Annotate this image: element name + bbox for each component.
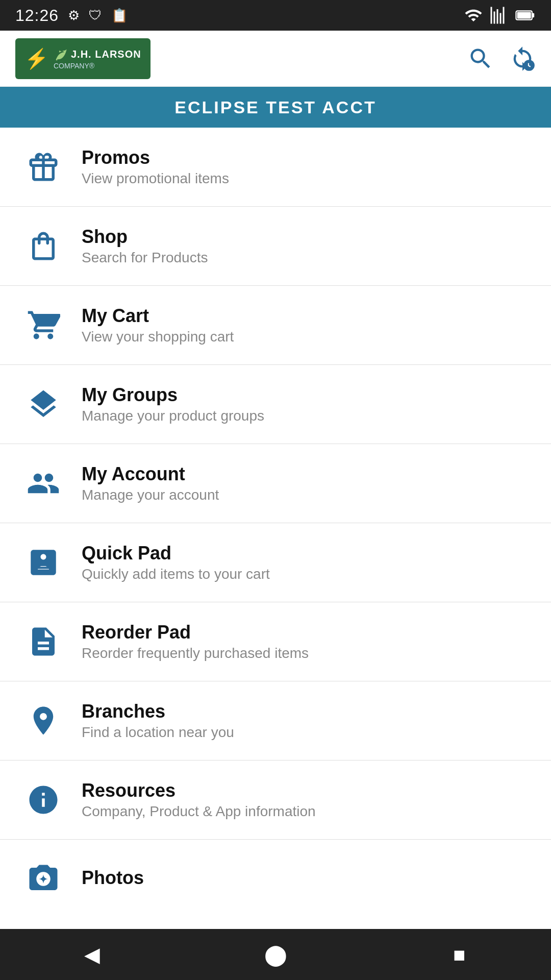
menu-item-photos[interactable]: Photos: [0, 840, 551, 918]
clipboard-icon: 📋: [111, 8, 128, 23]
account-banner: ECLIPSE TEST ACCT: [0, 87, 551, 128]
branches-title: Branches: [82, 701, 234, 722]
location-icon: [27, 704, 60, 738]
menu-item-resources[interactable]: Resources Company, Product & App informa…: [0, 761, 551, 840]
cart-icon: [27, 308, 60, 342]
svg-rect-2: [517, 12, 531, 19]
my-cart-title: My Cart: [82, 305, 234, 327]
svg-rect-6: [36, 570, 51, 572]
info-icon: [27, 783, 60, 817]
quick-pad-icon-wrapper: [20, 540, 66, 585]
shop-icon-wrapper: [20, 223, 66, 269]
my-account-title: My Account: [82, 463, 219, 485]
resources-subtitle: Company, Product & App information: [82, 803, 316, 820]
menu-item-my-groups[interactable]: My Groups Manage your product groups: [0, 365, 551, 444]
menu-item-reorder-pad[interactable]: Reorder Pad Reorder frequently purchased…: [0, 602, 551, 681]
refresh-account-button[interactable]: [509, 45, 536, 72]
back-button[interactable]: ◀: [71, 934, 112, 975]
resources-icon-wrapper: [20, 777, 66, 823]
shop-subtitle: Search for Products: [82, 250, 208, 266]
my-cart-subtitle: View your shopping cart: [82, 329, 234, 345]
menu-list: Promos View promotional items Shop Searc…: [0, 128, 551, 929]
account-icon-wrapper: [20, 460, 66, 506]
reorder-pad-text: Reorder Pad Reorder frequently purchased…: [82, 622, 309, 662]
svg-rect-5: [36, 567, 51, 569]
status-time: 12:26: [15, 6, 59, 25]
quick-pad-text: Quick Pad Quickly add items to your cart: [82, 543, 270, 582]
branches-icon-wrapper: [20, 698, 66, 744]
reorder-icon: [27, 625, 60, 658]
logo-brand: J.H. LARSON: [71, 48, 141, 60]
leaf-icon: [54, 47, 68, 62]
quick-pad-title: Quick Pad: [82, 543, 270, 564]
groups-icon-wrapper: [20, 381, 66, 427]
users-icon: [27, 467, 60, 500]
resources-title: Resources: [82, 780, 316, 801]
my-groups-title: My Groups: [82, 384, 264, 406]
menu-item-my-account[interactable]: My Account Manage your account: [0, 444, 551, 523]
camera-icon: [27, 862, 60, 896]
settings-icon: ⚙: [68, 8, 80, 23]
menu-item-quick-pad[interactable]: Quick Pad Quickly add items to your cart: [0, 523, 551, 602]
reorder-pad-title: Reorder Pad: [82, 622, 309, 643]
status-right: [464, 6, 536, 24]
promos-title: Promos: [82, 147, 229, 168]
back-icon: ◀: [84, 943, 100, 966]
cart-icon-wrapper: [20, 302, 66, 348]
promos-icon-wrapper: [20, 144, 66, 190]
refresh-account-icon: [509, 45, 536, 72]
recents-button[interactable]: ■: [439, 934, 480, 975]
lightning-icon: ⚡: [24, 47, 48, 70]
shop-title: Shop: [82, 226, 208, 248]
menu-item-promos[interactable]: Promos View promotional items: [0, 128, 551, 207]
status-bar: 12:26 ⚙ 🛡 📋: [0, 0, 551, 31]
reorder-icon-wrapper: [20, 619, 66, 665]
reorder-pad-subtitle: Reorder frequently purchased items: [82, 645, 309, 662]
battery-icon: [515, 6, 536, 24]
search-button[interactable]: [467, 45, 494, 72]
my-groups-subtitle: Manage your product groups: [82, 408, 264, 424]
svg-rect-4: [36, 564, 51, 566]
logo-sub: COMPANY®: [54, 62, 141, 70]
quick-pad-icon: [27, 546, 60, 579]
logo-text: J.H. LARSON COMPANY®: [54, 47, 141, 70]
search-icon: [467, 45, 494, 72]
photos-text: Photos: [82, 867, 144, 891]
header: ⚡ J.H. LARSON COMPANY®: [0, 31, 551, 87]
photos-icon-wrapper: [20, 856, 66, 902]
status-left: 12:26 ⚙ 🛡 📋: [15, 6, 128, 25]
home-icon: ⬤: [264, 943, 287, 966]
shield-icon: 🛡: [89, 8, 102, 23]
my-account-subtitle: Manage your account: [82, 487, 219, 503]
svg-rect-1: [532, 13, 534, 18]
bag-icon: [27, 229, 60, 263]
menu-item-branches[interactable]: Branches Find a location near you: [0, 681, 551, 761]
layers-icon: [27, 387, 60, 421]
wifi-icon: [464, 6, 483, 24]
logo: ⚡ J.H. LARSON COMPANY®: [15, 38, 151, 79]
my-account-text: My Account Manage your account: [82, 463, 219, 503]
promos-text: Promos View promotional items: [82, 147, 229, 187]
header-actions: [467, 45, 536, 72]
signal-icon: [490, 6, 508, 24]
my-cart-text: My Cart View your shopping cart: [82, 305, 234, 345]
menu-item-shop[interactable]: Shop Search for Products: [0, 207, 551, 286]
account-banner-text: ECLIPSE TEST ACCT: [174, 97, 376, 117]
menu-item-my-cart[interactable]: My Cart View your shopping cart: [0, 286, 551, 365]
gift-icon: [27, 150, 60, 184]
bottom-nav: ◀ ⬤ ■: [0, 929, 551, 980]
promos-subtitle: View promotional items: [82, 170, 229, 187]
home-button[interactable]: ⬤: [255, 934, 296, 975]
branches-subtitle: Find a location near you: [82, 724, 234, 741]
my-groups-text: My Groups Manage your product groups: [82, 384, 264, 424]
shop-text: Shop Search for Products: [82, 226, 208, 266]
resources-text: Resources Company, Product & App informa…: [82, 780, 316, 820]
photos-title: Photos: [82, 867, 144, 889]
quick-pad-subtitle: Quickly add items to your cart: [82, 566, 270, 582]
recents-icon: ■: [453, 943, 465, 966]
branches-text: Branches Find a location near you: [82, 701, 234, 741]
